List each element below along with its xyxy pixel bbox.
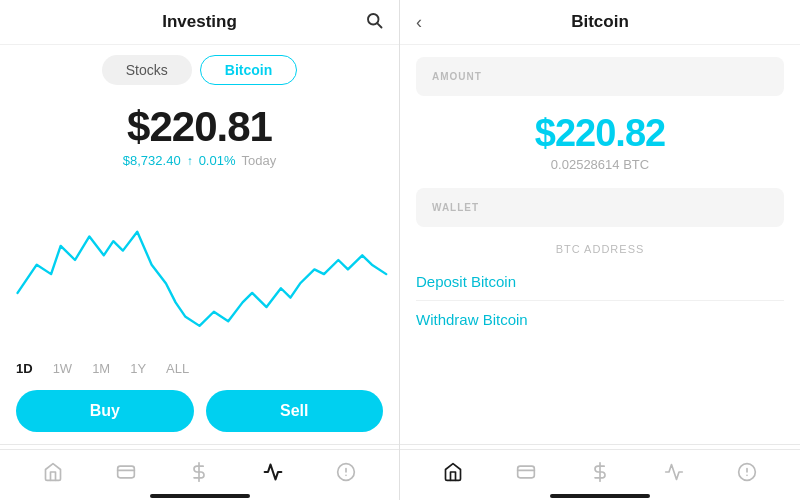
main-price: $220.81 xyxy=(16,103,383,151)
value-display: $220.82 0.02528614 BTC xyxy=(400,104,800,184)
range-1w[interactable]: 1W xyxy=(53,361,73,376)
rnav-home-icon[interactable] xyxy=(435,458,471,486)
right-title: Bitcoin xyxy=(416,12,784,32)
range-all[interactable]: ALL xyxy=(166,361,189,376)
time-range: 1D 1W 1M 1Y ALL xyxy=(0,355,399,382)
chart-area xyxy=(0,172,399,355)
btc-address-label: BTC ADDRESS xyxy=(400,235,800,263)
wallet-label: WALLET xyxy=(432,202,768,213)
back-button[interactable]: ‹ xyxy=(416,12,422,33)
deposit-action: Deposit Bitcoin xyxy=(400,263,800,300)
nav-home-icon[interactable] xyxy=(35,458,71,486)
withdraw-button[interactable]: Withdraw Bitcoin xyxy=(416,311,528,328)
nav-dollar-icon[interactable] xyxy=(181,458,217,486)
rnav-chart-icon[interactable] xyxy=(656,458,692,486)
nav-info-icon[interactable] xyxy=(328,458,364,486)
price-today: Today xyxy=(242,153,277,168)
price-chart xyxy=(8,180,391,340)
svg-rect-2 xyxy=(118,466,135,478)
withdraw-action: Withdraw Bitcoin xyxy=(400,301,800,338)
amount-label: AMOUNT xyxy=(432,71,768,82)
right-bottom-nav xyxy=(400,449,800,490)
left-bottom-nav-wrapper xyxy=(0,444,399,500)
left-title: Investing xyxy=(162,12,237,32)
right-header: ‹ Bitcoin xyxy=(400,0,800,45)
left-panel: Investing Stocks Bitcoin $220.81 $8,732.… xyxy=(0,0,400,500)
right-bottom-nav-wrapper xyxy=(400,444,800,500)
svg-line-1 xyxy=(377,23,381,27)
nav-card-icon[interactable] xyxy=(108,458,144,486)
buy-button[interactable]: Buy xyxy=(16,390,194,432)
tab-bitcoin[interactable]: Bitcoin xyxy=(200,55,297,85)
btc-value: $220.82 xyxy=(416,112,784,155)
left-bottom-nav xyxy=(0,449,399,490)
rnav-dollar-icon[interactable] xyxy=(582,458,618,486)
deposit-button[interactable]: Deposit Bitcoin xyxy=(416,273,516,290)
nav-chart-icon[interactable] xyxy=(255,458,291,486)
right-panel: ‹ Bitcoin AMOUNT $220.82 0.02528614 BTC … xyxy=(400,0,800,500)
price-percent: 0.01% xyxy=(199,153,236,168)
amount-box: AMOUNT xyxy=(416,57,784,96)
price-arrow-icon: ↑ xyxy=(187,154,193,168)
rnav-card-icon[interactable] xyxy=(508,458,544,486)
action-row: Buy Sell xyxy=(0,382,399,444)
search-button[interactable] xyxy=(365,11,383,34)
tab-stocks[interactable]: Stocks xyxy=(102,55,192,85)
btc-amount: 0.02528614 BTC xyxy=(416,157,784,172)
tabs-row: Stocks Bitcoin xyxy=(0,45,399,95)
svg-rect-8 xyxy=(518,466,535,478)
price-area: $220.81 $8,732.40 ↑ 0.01% Today xyxy=(0,95,399,172)
rnav-info-icon[interactable] xyxy=(729,458,765,486)
wallet-box: WALLET xyxy=(416,188,784,227)
sell-button[interactable]: Sell xyxy=(206,390,384,432)
right-bottom-bar xyxy=(550,494,650,498)
left-header: Investing xyxy=(0,0,399,45)
price-sub-value: $8,732.40 xyxy=(123,153,181,168)
range-1y[interactable]: 1Y xyxy=(130,361,146,376)
range-1m[interactable]: 1M xyxy=(92,361,110,376)
left-bottom-bar xyxy=(150,494,250,498)
range-1d[interactable]: 1D xyxy=(16,361,33,376)
spacer xyxy=(400,338,800,444)
price-sub: $8,732.40 ↑ 0.01% Today xyxy=(16,153,383,168)
